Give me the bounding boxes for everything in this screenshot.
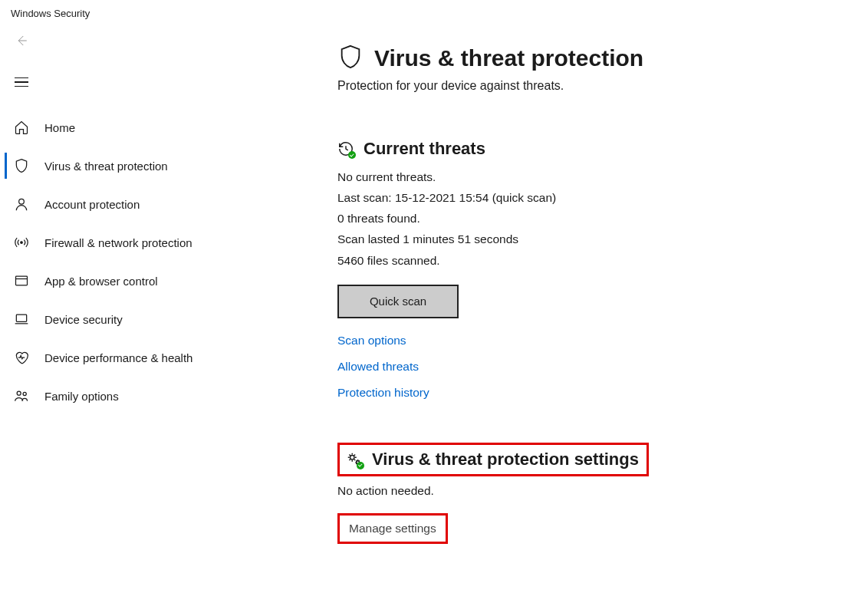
manage-settings-link[interactable]: Manage settings xyxy=(349,522,436,535)
settings-gear-icon xyxy=(346,451,363,468)
sidebar-item-account[interactable]: Account protection xyxy=(5,185,337,223)
sidebar-item-firewall[interactable]: Firewall & network protection xyxy=(5,223,337,262)
scan-duration-text: Scan lasted 1 minutes 51 seconds xyxy=(337,229,862,249)
sidebar-item-label: Firewall & network protection xyxy=(44,236,192,249)
sidebar-item-label: Family options xyxy=(44,390,119,403)
sidebar-item-label: Device security xyxy=(44,313,123,326)
home-icon xyxy=(14,120,35,135)
section-title: Current threats xyxy=(364,139,485,159)
scan-options-link[interactable]: Scan options xyxy=(337,334,862,348)
sidebar-item-label: Home xyxy=(44,121,75,134)
laptop-icon xyxy=(14,311,35,327)
sidebar-item-home[interactable]: Home xyxy=(5,108,337,147)
sidebar-item-label: App & browser control xyxy=(44,275,158,288)
sidebar-item-family[interactable]: Family options xyxy=(5,377,337,415)
manage-settings-highlight: Manage settings xyxy=(337,513,448,544)
people-icon xyxy=(14,388,35,404)
sidebar-item-label: Device performance & health xyxy=(44,351,192,364)
hamburger-button[interactable] xyxy=(5,65,38,99)
settings-section-title: Virus & threat protection settings xyxy=(372,450,639,469)
sidebar-item-device-security[interactable]: Device security xyxy=(5,300,337,338)
back-arrow-icon xyxy=(15,34,28,48)
threats-found-text: 0 threats found. xyxy=(337,208,862,229)
sidebar: Home Virus & threat protection Account p… xyxy=(0,24,337,612)
quick-scan-button[interactable]: Quick scan xyxy=(337,285,459,318)
last-scan-text: Last scan: 15-12-2021 15:54 (quick scan) xyxy=(337,187,862,208)
shield-icon xyxy=(14,158,35,173)
app-title: Windows Security xyxy=(0,0,862,19)
current-threats-section: Current threats No current threats. Last… xyxy=(337,139,862,400)
sidebar-item-performance[interactable]: Device performance & health xyxy=(5,338,337,377)
sidebar-item-label: Virus & threat protection xyxy=(44,160,168,173)
main-content: Virus & threat protection Protection for… xyxy=(337,24,862,612)
window-icon xyxy=(14,273,35,288)
protection-history-link[interactable]: Protection history xyxy=(337,386,862,400)
svg-point-5 xyxy=(17,391,21,395)
shield-icon xyxy=(337,44,364,73)
svg-point-6 xyxy=(23,392,26,395)
svg-point-1 xyxy=(21,242,23,244)
sidebar-item-app-browser[interactable]: App & browser control xyxy=(5,262,337,300)
sidebar-item-label: Account protection xyxy=(44,198,140,211)
page-subtitle: Protection for your device against threa… xyxy=(337,79,862,93)
no-threats-text: No current threats. xyxy=(337,166,862,187)
svg-point-7 xyxy=(350,455,355,460)
person-icon xyxy=(14,196,35,212)
files-scanned-text: 5460 files scanned. xyxy=(337,250,862,271)
heart-icon xyxy=(14,350,35,365)
back-button[interactable] xyxy=(5,24,38,58)
sidebar-item-virus-threat[interactable]: Virus & threat protection xyxy=(5,147,337,185)
hamburger-icon xyxy=(15,77,28,87)
settings-section: Virus & threat protection settings No ac… xyxy=(337,443,862,544)
page-title: Virus & threat protection xyxy=(374,45,643,71)
svg-rect-4 xyxy=(16,315,26,321)
svg-point-0 xyxy=(19,199,25,204)
allowed-threats-link[interactable]: Allowed threats xyxy=(337,360,862,374)
settings-note: No action needed. xyxy=(337,484,862,498)
antenna-icon xyxy=(14,235,35,250)
settings-header-highlight: Virus & threat protection settings xyxy=(337,443,649,476)
svg-rect-2 xyxy=(16,276,28,285)
scan-history-icon xyxy=(337,140,354,157)
